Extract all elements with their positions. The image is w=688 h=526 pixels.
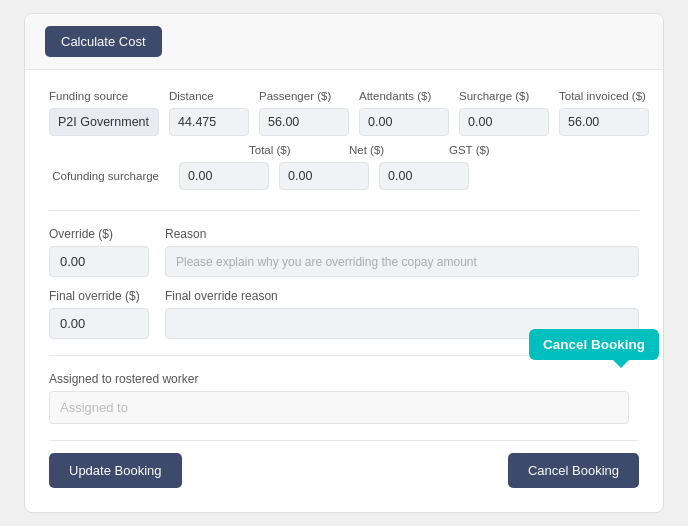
update-booking-button[interactable]: Update Booking xyxy=(49,453,182,488)
col-surcharge-label: Surcharge ($) xyxy=(459,90,549,102)
total-inv-value: 56.00 xyxy=(559,108,649,136)
cofunding-gst-value: 0.00 xyxy=(379,162,469,190)
override-label: Override ($) xyxy=(49,227,149,241)
footer-buttons: Update Booking Cancel Booking xyxy=(49,440,639,492)
top-bar: Calculate Cost xyxy=(25,14,663,70)
cancel-booking-button[interactable]: Cancel Booking xyxy=(508,453,639,488)
reason-input[interactable] xyxy=(165,246,639,277)
col-net-label: Net ($) xyxy=(349,144,439,156)
assigned-group: Assigned to rostered worker Cancel Booki… xyxy=(49,372,639,424)
divider-1 xyxy=(49,210,639,211)
content-area: Funding source Distance Passenger ($) At… xyxy=(25,70,663,512)
override-group: Override ($) xyxy=(49,227,149,277)
table-data-row: P2I Government 44.475 56.00 0.00 0.00 56… xyxy=(49,108,639,136)
funding-source-value: P2I Government xyxy=(49,108,159,136)
cofunding-net-value: 0.00 xyxy=(279,162,369,190)
col-attendants-label: Attendants ($) xyxy=(359,90,449,102)
surcharge-value: 0.00 xyxy=(459,108,549,136)
reason-group: Reason xyxy=(165,227,639,277)
reason-label: Reason xyxy=(165,227,639,241)
passenger-value: 56.00 xyxy=(259,108,349,136)
cofunding-surcharge-label: Cofunding surcharge xyxy=(49,170,169,182)
calculate-cost-button[interactable]: Calculate Cost xyxy=(45,26,162,57)
assigned-label: Assigned to rostered worker xyxy=(49,372,639,386)
table-header-row: Funding source Distance Passenger ($) At… xyxy=(49,90,639,102)
override-section: Override ($) Reason Final override ($) F… xyxy=(49,227,639,339)
final-override-group: Final override ($) xyxy=(49,289,149,339)
col-total-inv-label: Total invoiced ($) xyxy=(559,90,649,102)
col-funding-source-label: Funding source xyxy=(49,90,159,102)
cofunding-total-value: 0.00 xyxy=(179,162,269,190)
override-input[interactable] xyxy=(49,246,149,277)
final-override-input[interactable] xyxy=(49,308,149,339)
cancel-booking-tooltip: Cancel Booking xyxy=(529,329,659,360)
col-total-label: Total ($) xyxy=(249,144,339,156)
billing-table-section: Funding source Distance Passenger ($) At… xyxy=(49,90,639,190)
final-override-label: Final override ($) xyxy=(49,289,149,303)
col-passenger-label: Passenger ($) xyxy=(259,90,349,102)
attendants-value: 0.00 xyxy=(359,108,449,136)
assigned-input[interactable] xyxy=(49,391,629,424)
final-reason-label: Final override reason xyxy=(165,289,639,303)
main-panel: Calculate Cost Funding source Distance P… xyxy=(24,13,664,513)
col-gst-label: GST ($) xyxy=(449,144,539,156)
col-distance-label: Distance xyxy=(169,90,249,102)
distance-value: 44.475 xyxy=(169,108,249,136)
assigned-section: Assigned to rostered worker Cancel Booki… xyxy=(49,372,639,424)
